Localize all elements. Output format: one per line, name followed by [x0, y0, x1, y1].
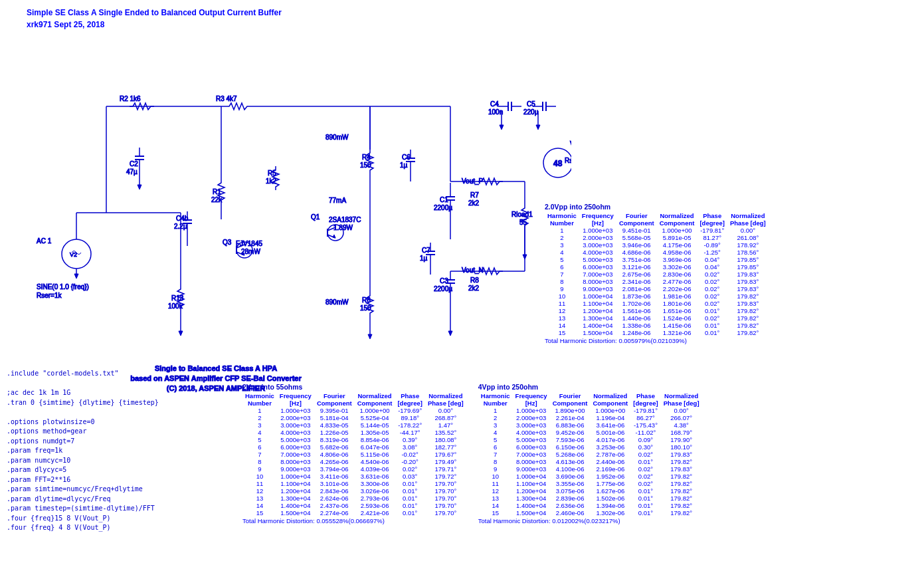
svg-text:V3: V3	[570, 140, 571, 148]
table-cell: 1.561e-06	[616, 307, 657, 314]
table-cell: 1.100e+04	[277, 480, 314, 487]
table-cell: 0.01°	[697, 322, 727, 329]
table-cell: 9.395e-01	[314, 407, 355, 414]
table-row: 101.000e+043.690e-061.952e-060.02°179.82…	[478, 473, 702, 480]
table-cell: 4.265e-06	[314, 458, 355, 465]
table-cell: 0.02°	[630, 465, 660, 473]
table-cell: 2	[545, 234, 579, 241]
circuit-diagram: R2 1k6 R3 4k7 C2 47µ C4b 2.2µ	[27, 20, 571, 392]
table-cell: 9.451e-01	[616, 227, 657, 234]
table-cell: 2.440e-06	[590, 458, 630, 465]
table-cell: 4.100e-06	[550, 465, 591, 473]
spice-cmd-6: .param freq=1k	[7, 446, 159, 456]
table-cell: 4	[545, 249, 579, 256]
table-cell: 1.100e+04	[579, 300, 616, 307]
table-row: 141.400e+042.437e-062.593e-060.01°179.70…	[242, 502, 466, 509]
table-cell: 7.000e+03	[277, 451, 314, 458]
table-cell: 3.000e+03	[513, 421, 550, 429]
table-cell: 15	[545, 329, 579, 336]
table2-title: 2Vpp into 55ohms	[242, 383, 466, 391]
table-cell: 1.000e+03	[513, 407, 550, 414]
page: Simple SE Class A Single Ended to Balanc…	[0, 0, 924, 575]
svg-text:1µ: 1µ	[400, 162, 408, 169]
spice-cmd-8: .param dlycyc=5	[7, 465, 159, 475]
table-cell: 3.026e-06	[355, 487, 395, 495]
table-row: 131.300e+042.624e-062.793e-060.01°179.70…	[242, 495, 466, 502]
table-cell: 6.000e+03	[513, 443, 550, 451]
table-cell: 179.83°	[661, 451, 702, 458]
svg-text:SINE(0  1.0 {freq}): SINE(0 1.0 {freq})	[37, 283, 89, 290]
table-cell: 2.169e-06	[590, 465, 630, 473]
t3-col-norm: NormalizedComponent	[590, 392, 630, 407]
svg-text:R3 4k7: R3 4k7	[216, 95, 237, 102]
table-cell: 179.71°	[425, 465, 466, 473]
svg-text:Rload1: Rload1	[511, 211, 533, 218]
table-cell: 1.300e+04	[277, 495, 314, 502]
table-cell: 179.82°	[661, 509, 702, 517]
t2-col-phase: Phase[degree]	[395, 392, 424, 407]
table-cell: 6	[545, 263, 579, 271]
table-row: 131.300e+041.440e-061.524e-060.02°179.82…	[545, 314, 769, 322]
table-cell: -44.17°	[395, 429, 424, 436]
table-cell: 1.394e-06	[590, 502, 630, 509]
table-row: 11.000e+039.395e-011.000e+00-179.69°0.00…	[242, 407, 466, 414]
table-row: 101.000e+043.411e-063.631e-060.03°179.72…	[242, 473, 466, 480]
table-cell: 1.000e+03	[277, 407, 314, 414]
table-cell: 0.01°	[630, 502, 660, 509]
table-cell: 4.000e+03	[277, 429, 314, 436]
table-row: 11.000e+031.890e+001.000e+00-179.81°0.00…	[478, 407, 702, 414]
svg-text:Q3: Q3	[223, 239, 232, 246]
table-cell: 3.08°	[395, 443, 424, 451]
table-cell: 0.30°	[630, 443, 660, 451]
svg-text:Single to Balanced SE Class A : Single to Balanced SE Class A HPA	[155, 364, 277, 372]
table-row: 151.500e+042.274e-062.421e-060.01°179.70…	[242, 509, 466, 517]
table-cell: 9.000e+03	[579, 285, 616, 292]
t3-col-nphase: NormalizedPhase [deg]	[661, 392, 702, 407]
table-cell: 1.248e-06	[616, 329, 657, 336]
table-cell: -179.81°	[697, 227, 727, 234]
table-cell: 3.075e-06	[550, 487, 591, 495]
table-cell: 2.081e-06	[616, 285, 657, 292]
table-cell: 0.01°	[395, 480, 424, 487]
table-cell: 1.524e-06	[657, 314, 697, 322]
table-row: 121.200e+041.561e-061.651e-060.01°179.82…	[545, 307, 769, 314]
table1-thd: Total Harmonic Distortion: 0.005979%(0.0…	[545, 337, 920, 344]
table-cell: 1.500e+04	[277, 509, 314, 517]
table-cell: 4	[478, 429, 513, 436]
table-row: 99.000e+034.100e-062.169e-060.02°179.83°	[478, 465, 702, 473]
table-cell: 5.568e-05	[616, 234, 657, 241]
t3-col-freq: Frequency[Hz]	[513, 392, 550, 407]
table-cell: 0.02°	[630, 480, 660, 487]
table-cell: 2.793e-06	[355, 495, 395, 502]
table-cell: 1.400e+04	[579, 322, 616, 329]
table-cell: 3.631e-06	[355, 473, 395, 480]
table-cell: 2.274e-06	[314, 509, 355, 517]
table-cell: 179.82°	[661, 495, 702, 502]
svg-text:48: 48	[553, 159, 563, 168]
table-cell: 178.56°	[727, 249, 769, 256]
title-line1: Simple SE Class A Single Ended to Balanc…	[27, 7, 282, 19]
table-cell: 179.70°	[425, 502, 466, 509]
table-cell: 179.72°	[425, 473, 466, 480]
table-cell: 0.01°	[395, 502, 424, 509]
table-cell: 0.02°	[630, 473, 660, 480]
table-cell: 4.175e-06	[657, 241, 697, 249]
table-cell: 179.83°	[727, 271, 769, 278]
table-cell: 4.833e-05	[314, 421, 355, 429]
table-cell: 8.000e+03	[513, 458, 550, 465]
table-row: 88.000e+034.265e-064.540e-06-0.20°179.49…	[242, 458, 466, 465]
spice-commands: .include "cordel-models.txt" ;ac dec 1k …	[7, 369, 159, 533]
svg-text:2k2: 2k2	[468, 285, 480, 292]
table-cell: 0.02°	[697, 271, 727, 278]
table-cell: 5	[545, 256, 579, 263]
spice-cmd-7: .param numcyc=10	[7, 456, 159, 466]
spice-cmd-5: .options numdgt=7	[7, 437, 159, 447]
svg-text:150: 150	[360, 162, 371, 169]
table-cell: 0.03°	[395, 473, 424, 480]
table-cell: 3.302e-06	[657, 263, 697, 271]
table-cell: 179.82°	[727, 329, 769, 336]
spice-blank2	[7, 407, 159, 417]
col-phase: Phase[degree]	[697, 212, 727, 227]
bottom-tables: 2Vpp into 55ohms HarmonicNumber Frequenc…	[242, 383, 702, 524]
table-cell: 10	[545, 292, 579, 300]
